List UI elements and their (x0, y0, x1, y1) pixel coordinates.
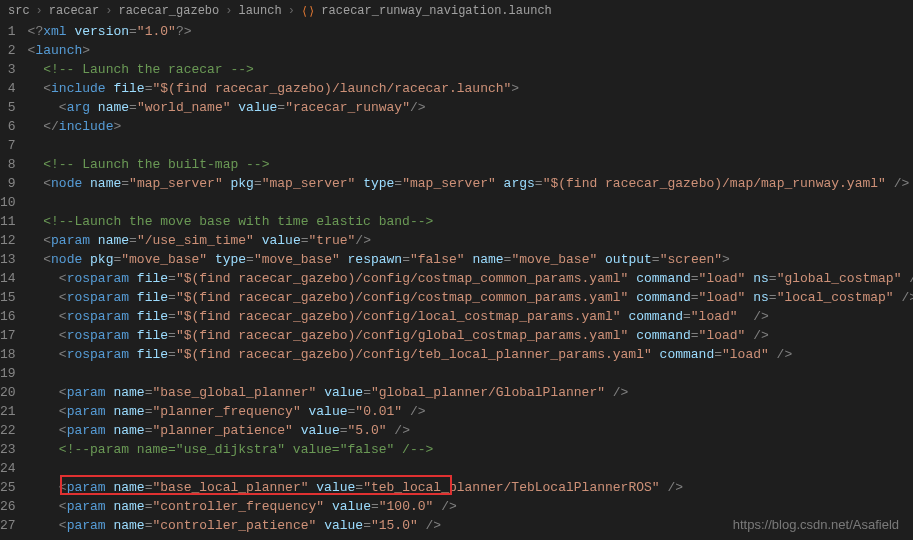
code-line[interactable]: <!-- Launch the built-map --> (28, 155, 913, 174)
code-line[interactable]: <rosparam file="$(find racecar_gazebo)/c… (28, 326, 913, 345)
code-line[interactable] (28, 193, 913, 212)
code-line[interactable]: <param name="base_local_planner" value="… (28, 478, 913, 497)
code-line[interactable]: <launch> (28, 41, 913, 60)
line-number: 9 (0, 174, 16, 193)
line-number: 23 (0, 440, 16, 459)
line-number: 6 (0, 117, 16, 136)
xml-file-icon: ⟨⟩ (301, 4, 315, 19)
line-number: 5 (0, 98, 16, 117)
code-line[interactable]: <param name="planner_patience" value="5.… (28, 421, 913, 440)
line-number: 11 (0, 212, 16, 231)
line-number: 3 (0, 60, 16, 79)
line-number: 4 (0, 79, 16, 98)
chevron-right-icon: › (105, 4, 112, 18)
line-number: 15 (0, 288, 16, 307)
breadcrumb-item[interactable]: launch (238, 4, 281, 18)
line-number: 12 (0, 231, 16, 250)
chevron-right-icon: › (288, 4, 295, 18)
line-number: 21 (0, 402, 16, 421)
code-line[interactable]: <?xml version="1.0"?> (28, 22, 913, 41)
breadcrumb[interactable]: src › racecar › racecar_gazebo › launch … (0, 0, 913, 22)
line-number-gutter: 1234567891011121314151617181920212223242… (0, 22, 28, 535)
line-number: 27 (0, 516, 16, 535)
line-number: 25 (0, 478, 16, 497)
code-line[interactable]: <rosparam file="$(find racecar_gazebo)/c… (28, 307, 913, 326)
code-line[interactable]: <rosparam file="$(find racecar_gazebo)/c… (28, 345, 913, 364)
code-area[interactable]: <?xml version="1.0"?><launch> <!-- Launc… (28, 22, 913, 535)
code-line[interactable]: <!--Launch the move base with time elast… (28, 212, 913, 231)
code-line[interactable]: <param name="controller_frequency" value… (28, 497, 913, 516)
code-line[interactable] (28, 136, 913, 155)
line-number: 10 (0, 193, 16, 212)
line-number: 16 (0, 307, 16, 326)
code-line[interactable]: <param name="base_global_planner" value=… (28, 383, 913, 402)
code-line[interactable]: <rosparam file="$(find racecar_gazebo)/c… (28, 288, 913, 307)
line-number: 14 (0, 269, 16, 288)
chevron-right-icon: › (36, 4, 43, 18)
breadcrumb-item[interactable]: racecar_runway_navigation.launch (321, 4, 551, 18)
code-line[interactable]: <include file="$(find racecar_gazebo)/la… (28, 79, 913, 98)
code-line[interactable] (28, 459, 913, 478)
line-number: 7 (0, 136, 16, 155)
line-number: 20 (0, 383, 16, 402)
code-line[interactable]: </include> (28, 117, 913, 136)
line-number: 19 (0, 364, 16, 383)
line-number: 24 (0, 459, 16, 478)
code-line[interactable]: <!-- Launch the racecar --> (28, 60, 913, 79)
code-line[interactable]: <param name="planner_frequency" value="0… (28, 402, 913, 421)
line-number: 8 (0, 155, 16, 174)
code-line[interactable]: <param name="/use_sim_time" value="true"… (28, 231, 913, 250)
breadcrumb-item[interactable]: racecar_gazebo (118, 4, 219, 18)
code-line[interactable]: <rosparam file="$(find racecar_gazebo)/c… (28, 269, 913, 288)
code-line[interactable] (28, 364, 913, 383)
code-line[interactable]: <!--param name="use_dijkstra" value="fal… (28, 440, 913, 459)
breadcrumb-item[interactable]: src (8, 4, 30, 18)
line-number: 22 (0, 421, 16, 440)
code-line[interactable]: <node name="map_server" pkg="map_server"… (28, 174, 913, 193)
line-number: 13 (0, 250, 16, 269)
line-number: 2 (0, 41, 16, 60)
breadcrumb-item[interactable]: racecar (49, 4, 99, 18)
watermark-text: https://blog.csdn.net/Asafield (733, 517, 899, 532)
chevron-right-icon: › (225, 4, 232, 18)
code-editor[interactable]: 1234567891011121314151617181920212223242… (0, 22, 913, 535)
line-number: 1 (0, 22, 16, 41)
line-number: 26 (0, 497, 16, 516)
line-number: 18 (0, 345, 16, 364)
code-line[interactable]: <node pkg="move_base" type="move_base" r… (28, 250, 913, 269)
code-line[interactable]: <arg name="world_name" value="racecar_ru… (28, 98, 913, 117)
line-number: 17 (0, 326, 16, 345)
